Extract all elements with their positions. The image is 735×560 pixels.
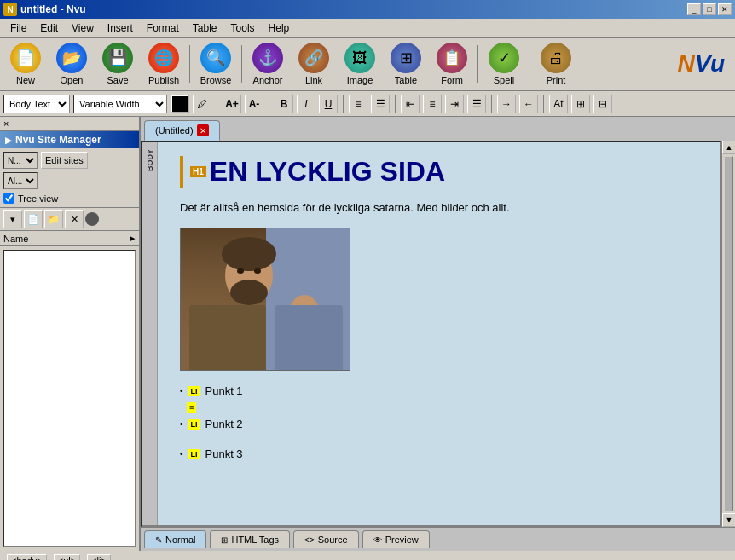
tab-preview[interactable]: 👁 Preview [362,530,430,548]
site-manager-panel: × ▶ Nvu Site Manager N... Edit sites Al.… [0,117,141,551]
decrease-font-btn[interactable]: A- [245,95,263,113]
main-area: × ▶ Nvu Site Manager N... Edit sites Al.… [0,117,735,551]
image-button[interactable]: 🖼 Image [338,40,382,88]
scroll-up-btn[interactable]: ▲ [722,141,735,154]
extra-btn1[interactable]: ⊞ [571,95,590,113]
align-left-btn[interactable]: ⇤ [401,95,420,113]
sm-delete-btn[interactable]: ✕ [65,210,84,228]
panel-title-bar: × [0,117,139,131]
menu-view[interactable]: View [65,20,101,36]
style-select[interactable]: Body Text Heading 1 Heading 2 Paragraph [3,95,70,113]
title-bar: N untitled - Nvu _ □ ✕ [0,0,735,19]
align-right-btn[interactable]: ⇥ [445,95,464,113]
open-button[interactable]: 📂 Open [49,40,94,88]
image-placeholder[interactable]: IMG [180,228,350,371]
toolbar-sep-2 [241,45,242,83]
eraser-btn[interactable]: 🖊 [193,95,211,113]
source-tab-icon: <> [304,535,315,545]
browse-button[interactable]: 🔍 Browse [194,40,238,88]
vertical-scrollbar[interactable]: ▲ ▼ [721,141,735,527]
site-manager-header: ▶ Nvu Site Manager [0,131,139,148]
li-tag-1: LI [188,386,200,396]
link-button[interactable]: 🔗 Link [292,40,336,88]
window-controls: _ □ ✕ [687,3,732,15]
link-label: Link [305,75,322,85]
status-tag-body[interactable]: <body> [7,554,47,561]
menu-tools[interactable]: Tools [224,20,262,36]
page-heading: H1 EN LYCKLIG SIDA [180,156,699,188]
anchor-button[interactable]: ⚓ Anchor [246,40,290,88]
list-text-3: Punkt 3 [205,447,243,460]
spell-button[interactable]: ✓ Spell [482,40,526,88]
sm-folder-select[interactable]: Al... [3,172,38,189]
color-button[interactable] [171,95,189,113]
editor-tab-untitled[interactable]: (Untitled) ✕ [144,120,220,141]
editor-inner[interactable]: H1 EN LYCKLIG SIDA Det är alltså en hems… [173,149,706,518]
scroll-down-btn[interactable]: ▼ [722,513,735,527]
edit-sites-btn[interactable]: Edit sites [41,152,88,169]
tab-html-tags[interactable]: ⊞ HTML Tags [210,530,290,548]
maximize-btn[interactable]: □ [703,3,716,15]
scroll-thumb[interactable] [724,156,733,511]
sm-new-file-btn[interactable]: 📄 [24,210,43,228]
status-tag-ul[interactable]: <ul> [54,554,80,561]
sm-col-btn[interactable]: ▸ [130,233,136,244]
sm-site-select[interactable]: N... [3,152,38,169]
sm-file-header: Name ▸ [0,231,139,246]
format-bar: Body Text Heading 1 Heading 2 Paragraph … [0,91,735,117]
menu-format[interactable]: Format [140,20,186,36]
image-icon: 🖼 [344,43,375,73]
sm-new-folder-btn[interactable]: 📁 [44,210,63,228]
bold-btn[interactable]: B [275,95,293,113]
close-btn[interactable]: ✕ [718,3,732,15]
toolbar-sep-1 [189,45,190,83]
list-item-3: • LI Punkt 3 [180,447,699,460]
publish-button[interactable]: 🌐 Publish [142,40,186,88]
extra-btn2[interactable]: ⊟ [593,95,612,113]
status-bar: <body> <ul> <li> [0,551,735,560]
print-button[interactable]: 🖨 Print [534,40,578,88]
tree-view-label: Tree view [18,193,58,204]
align-center-btn[interactable]: ≡ [423,95,442,113]
form-button[interactable]: 📋 Form [430,40,474,88]
tab-normal[interactable]: ✎ Normal [144,530,206,548]
at-btn[interactable]: At [549,95,568,113]
save-button[interactable]: 💾 Save [95,40,140,88]
italic-btn[interactable]: I [297,95,315,113]
menu-help[interactable]: Help [262,20,297,36]
indent-btn[interactable]: → [497,95,516,113]
tab-close-btn[interactable]: ✕ [197,124,209,136]
editor-content[interactable]: BODY H1 EN LYCKLIG SIDA Det är alltså en… [141,141,721,527]
form-label: Form [441,75,463,85]
main-toolbar: 📄 New 📂 Open 💾 Save 🌐 Publish 🔍 Browse ⚓… [0,38,735,91]
sm-select-btn[interactable]: ▾ [3,210,22,228]
menu-bar: File Edit View Insert Format Table Tools… [0,19,735,38]
menu-table[interactable]: Table [186,20,224,36]
save-label: Save [107,75,128,85]
menu-file[interactable]: File [3,20,33,36]
panel-close-btn[interactable]: × [3,118,9,129]
underline-btn[interactable]: U [319,95,338,113]
tree-view-checkbox[interactable] [3,193,14,204]
spell-label: Spell [494,75,514,85]
outdent-btn[interactable]: ← [519,95,538,113]
increase-font-btn[interactable]: A+ [223,95,241,113]
table-button[interactable]: ⊞ Table [384,40,428,88]
sm-stop-btn[interactable] [85,212,99,226]
font-select[interactable]: Variable Width Fixed Width [73,95,167,113]
ordered-list-btn[interactable]: ≡ [349,95,368,113]
status-tag-li[interactable]: <li> [87,554,111,561]
format-sep-6 [543,95,544,113]
sm-controls: N... Edit sites [0,148,139,172]
align-justify-btn[interactable]: ☰ [467,95,486,113]
menu-edit[interactable]: Edit [33,20,65,36]
svg-point-6 [237,268,244,274]
unordered-list-btn[interactable]: ☰ [371,95,390,113]
menu-insert[interactable]: Insert [101,20,140,36]
tab-source[interactable]: <> Source [293,530,359,548]
svg-point-4 [222,237,276,271]
minimize-btn[interactable]: _ [687,3,701,15]
sm-file-list[interactable] [3,250,136,547]
new-button[interactable]: 📄 New [3,40,48,88]
form-icon: 📋 [437,43,467,73]
